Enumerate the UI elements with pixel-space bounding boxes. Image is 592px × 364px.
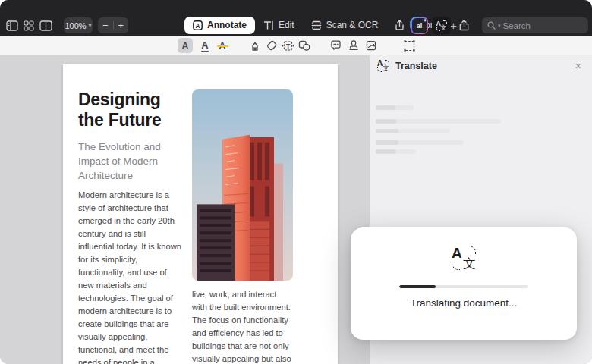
search-scope-chevron-icon: ▾ [498, 23, 501, 29]
close-icon[interactable]: × [575, 60, 581, 72]
underline-a-icon: A [201, 40, 208, 52]
strikethrough-a-icon: A [219, 41, 225, 51]
letter-a-icon: A [181, 41, 188, 51]
panel-title: Translate [395, 61, 437, 71]
underline-tool[interactable]: A [197, 38, 213, 53]
ai-assistant-button[interactable]: ai ✦ [411, 17, 428, 34]
signature-tool[interactable] [364, 38, 379, 53]
sparkle-icon: ✦ [423, 17, 427, 23]
comment-tool[interactable] [328, 38, 343, 53]
translate-button[interactable]: A 文 [432, 17, 451, 34]
sidebar-toggle-button[interactable] [5, 18, 20, 33]
highlight-text-tool[interactable]: A [178, 38, 193, 53]
two-page-view-icon [39, 20, 52, 31]
share-icon [459, 20, 469, 31]
skeleton-line [376, 149, 416, 154]
translate-icon: A 文 [377, 60, 389, 72]
annotation-toolbar: A A A T [0, 36, 592, 55]
progress-bar [399, 285, 528, 288]
stamp-tool[interactable] [346, 38, 361, 53]
zoom-in-button[interactable]: + [114, 20, 129, 31]
shapes-icon [298, 40, 310, 51]
text-box-icon: T [282, 40, 294, 52]
zoom-out-button[interactable]: − [98, 20, 113, 31]
tab-label: Edit [279, 20, 294, 30]
translating-status-text: Translating document... [351, 297, 577, 309]
search-icon [487, 21, 496, 30]
tab-label: Annotate [207, 20, 247, 30]
skeleton-line [376, 105, 414, 110]
main-toolbar: 100% ▾ − + A Annotate Edit [0, 0, 592, 36]
edit-text-icon [263, 20, 274, 30]
page-layout-button[interactable] [38, 18, 53, 33]
skeleton-line [376, 129, 450, 133]
progress-fill [399, 285, 436, 288]
comment-icon [330, 40, 342, 51]
eraser-tool[interactable] [264, 38, 279, 53]
translate-panel-header: A 文 Translate [377, 60, 437, 72]
translate-icon-large: A 文 [452, 246, 476, 270]
tab-edit[interactable]: Edit [255, 17, 303, 34]
grid-icon [24, 20, 34, 31]
document-canvas[interactable]: Designing the Future The Evolution and I… [0, 55, 370, 364]
strikethrough-tool[interactable]: A [215, 38, 230, 53]
building-photo [192, 89, 293, 281]
sidebar-icon [6, 20, 18, 31]
skeleton-line [376, 119, 501, 124]
tab-label: Scan & OCR [326, 20, 379, 30]
svg-text:T: T [285, 42, 290, 50]
document-paragraph: Modern architecture is a style of archit… [78, 189, 181, 364]
document-subtitle: The Evolution and Impact of Modern Archi… [78, 140, 181, 183]
thumbnails-view-button[interactable] [21, 18, 36, 33]
translate-icon: A 文 [436, 20, 447, 31]
ai-label: ai [417, 22, 423, 30]
zoom-stepper: − + [98, 17, 128, 33]
eraser-icon [266, 40, 278, 51]
zoom-level-value: 100% [65, 21, 86, 30]
search-field[interactable]: ▾ [482, 17, 588, 33]
document-paragraph: live, work, and interact with the built … [192, 288, 293, 364]
shapes-tool[interactable] [297, 38, 312, 53]
selection-tool[interactable] [401, 38, 417, 53]
stamp-icon [348, 40, 359, 51]
app-window: 100% ▾ − + A Annotate Edit [0, 0, 592, 364]
share-button[interactable] [455, 17, 474, 34]
yellow-strike-mark [217, 46, 228, 48]
signature-icon [366, 40, 377, 51]
marker-tool[interactable] [247, 38, 263, 53]
chevron-down-icon: ▾ [89, 22, 92, 29]
scan-icon [311, 20, 322, 30]
document-title: Designing the Future [78, 89, 181, 130]
tab-scan-ocr[interactable]: Scan & OCR [303, 17, 387, 34]
translating-modal: A 文 Translating document... [351, 228, 577, 340]
tab-annotate[interactable]: A Annotate [184, 17, 255, 34]
skeleton-line [376, 140, 464, 145]
document-page[interactable]: Designing the Future The Evolution and I… [63, 64, 338, 364]
svg-text:A: A [196, 22, 200, 29]
export-icon [395, 20, 405, 30]
search-input[interactable] [503, 21, 583, 30]
zoom-level-dropdown[interactable]: 100% ▾ [64, 17, 93, 33]
marker-icon [250, 40, 260, 51]
annotate-icon: A [193, 20, 203, 30]
marquee-selection-icon [404, 40, 415, 52]
text-box-tool[interactable]: T [280, 38, 295, 53]
toolbar-right-group: ai ✦ A 文 [411, 17, 588, 34]
